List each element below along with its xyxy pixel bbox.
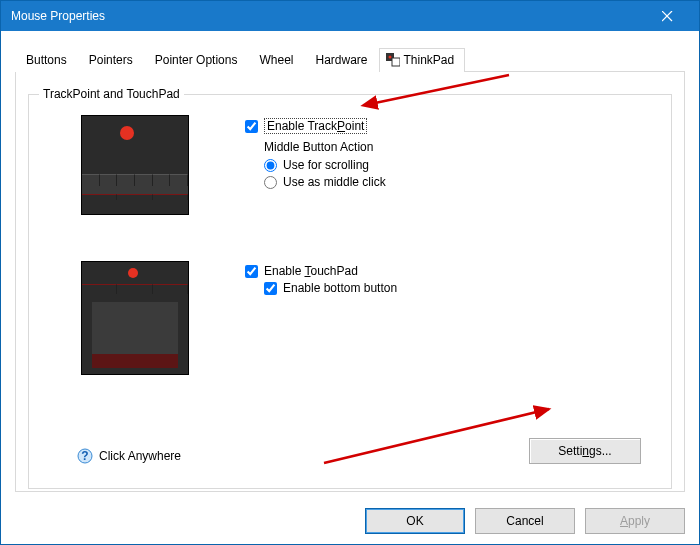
thinkpad-icon [386,53,400,67]
svg-rect-3 [392,58,400,66]
window-title: Mouse Properties [11,9,645,23]
dialog-buttons: OK Cancel Apply [365,508,685,534]
middle-button-heading: Middle Button Action [264,140,386,154]
settings-button-label: Settings... [558,444,611,458]
svg-line-10 [324,409,549,463]
close-button[interactable] [645,1,689,31]
enable-trackpoint-label: Enable TrackPoint [264,118,367,134]
tab-thinkpad-label: ThinkPad [404,53,455,67]
radio-use-as-middle-click-label: Use as middle click [283,175,386,189]
cancel-button[interactable]: Cancel [475,508,575,534]
trackpoint-touchpad-group: TrackPoint and TouchPad Enable TrackPoin… [28,94,672,489]
tab-thinkpad[interactable]: ThinkPad [379,48,466,72]
tab-hardware[interactable]: Hardware [304,48,378,72]
tab-buttons[interactable]: Buttons [15,48,78,72]
tab-pointer-options[interactable]: Pointer Options [144,48,249,72]
help-icon: ? [77,448,93,464]
tab-pointers[interactable]: Pointers [78,48,144,72]
apply-button[interactable]: Apply [585,508,685,534]
svg-point-4 [388,56,391,59]
group-title: TrackPoint and TouchPad [39,87,184,101]
radio-use-for-scrolling[interactable]: Use for scrolling [264,158,386,172]
radio-use-for-scrolling-label: Use for scrolling [283,158,369,172]
mouse-properties-window: Mouse Properties Buttons Pointers Pointe… [0,0,700,545]
tab-wheel[interactable]: Wheel [248,48,304,72]
enable-touchpad-checkbox[interactable]: Enable TouchPad [245,264,397,278]
titlebar: Mouse Properties [1,1,699,31]
click-anywhere-label: Click Anywhere [99,449,181,463]
click-anywhere-link[interactable]: ? Click Anywhere [77,448,181,464]
settings-button[interactable]: Settings... [529,438,641,464]
enable-bottom-button-label: Enable bottom button [283,281,397,295]
tab-strip: Buttons Pointers Pointer Options Wheel H… [15,47,685,72]
touchpad-illustration [81,261,189,375]
close-icon [662,11,673,22]
enable-trackpoint-checkbox[interactable]: Enable TrackPoint [245,118,386,134]
ok-button[interactable]: OK [365,508,465,534]
svg-line-8 [375,75,509,103]
trackpoint-illustration [81,115,189,215]
radio-use-as-middle-click[interactable]: Use as middle click [264,175,386,189]
tab-panel: TrackPoint and TouchPad Enable TrackPoin… [15,72,685,492]
enable-bottom-button-checkbox[interactable]: Enable bottom button [264,281,397,295]
svg-text:?: ? [81,449,88,463]
enable-touchpad-label: Enable TouchPad [264,264,358,278]
